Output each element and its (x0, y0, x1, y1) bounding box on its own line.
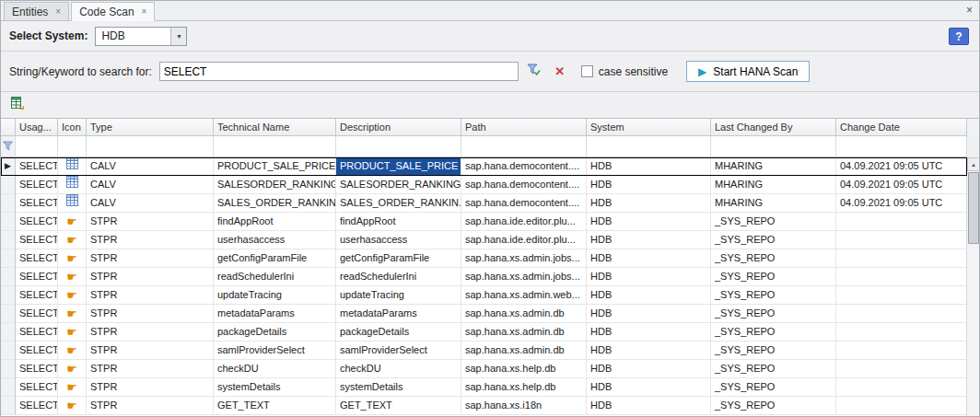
grid-cell-icon[interactable] (58, 194, 87, 213)
grid-cell-system[interactable]: HDB (587, 194, 711, 213)
grid-cell-description[interactable]: updateTracing (336, 286, 461, 305)
grid-cell-change_date[interactable] (836, 323, 967, 342)
grid-cell-path[interactable]: sap.hana.xs.help.db (461, 360, 587, 378)
grid-cell-last_changed_by[interactable]: _SYS_REPO (711, 268, 836, 286)
grid-cell-last_changed_by[interactable]: _SYS_REPO (711, 231, 836, 249)
table-row[interactable]: SELECT☛STPRreadSchedulerInireadScheduler… (1, 268, 967, 286)
grid-cell-icon[interactable]: ☛ (58, 231, 87, 249)
grid-cell-technical_name[interactable]: GET_TEXT (214, 397, 336, 415)
grid-cell-change_date[interactable] (836, 231, 967, 249)
column-header-description[interactable]: Description (336, 119, 461, 136)
grid-cell-change_date[interactable] (836, 342, 967, 360)
grid-cell-technical_name[interactable]: checkDU (214, 360, 336, 378)
grid-cell-last_changed_by[interactable]: MHARING (711, 194, 836, 213)
grid-cell-system[interactable]: HDB (587, 268, 711, 286)
grid-cell-change_date[interactable] (836, 397, 967, 415)
grid-cell-system[interactable]: HDB (587, 249, 711, 268)
grid-cell-path[interactable]: sap.hana.ide.editor.plu... (461, 213, 587, 231)
grid-cell-type[interactable]: CALV (87, 157, 214, 176)
grid-cell-technical_name[interactable]: getConfigParamFile (214, 249, 336, 268)
grid-cell-last_changed_by[interactable]: _SYS_REPO (711, 360, 836, 378)
grid-cell-usage[interactable]: SELECT (16, 342, 58, 360)
grid-cell-description[interactable]: systemDetails (336, 378, 461, 397)
grid-cell-system[interactable]: HDB (587, 176, 711, 194)
grid-cell-change_date[interactable] (836, 249, 967, 268)
table-row[interactable]: ▶SELECTCALVPRODUCT_SALE_PRICEPRODUCT_SAL… (1, 157, 967, 176)
grid-cell-usage[interactable]: SELECT (16, 213, 58, 231)
tab-group-close-icon[interactable]: × (966, 4, 973, 17)
grid-cell-usage[interactable]: SELECT (16, 268, 58, 286)
table-row[interactable]: SELECT☛STPRpackageDetailspackageDetailss… (1, 323, 967, 342)
column-header-type[interactable]: Type (87, 119, 214, 136)
grid-cell-system[interactable]: HDB (587, 323, 711, 342)
grid-cell-usage[interactable]: SELECT (16, 176, 58, 194)
column-header-system[interactable]: System (587, 119, 711, 136)
grid-cell-last_changed_by[interactable]: _SYS_REPO (711, 342, 836, 360)
grid-cell-change_date[interactable]: 04.09.2021 09:05 UTC (836, 157, 967, 176)
grid-cell-technical_name[interactable]: metadataParams (214, 305, 336, 323)
table-row[interactable]: SELECT☛STPRcheckDUcheckDUsap.hana.xs.hel… (1, 360, 967, 378)
grid-cell-usage[interactable]: SELECT (16, 323, 58, 342)
grid-cell-technical_name[interactable]: SALES_ORDER_RANKIN... (214, 194, 336, 213)
grid-cell-technical_name[interactable]: SALESORDER_RANKING... (214, 176, 336, 194)
grid-cell-usage[interactable]: SELECT (16, 360, 58, 378)
filter-cell-last_changed_by[interactable] (711, 136, 836, 157)
grid-cell-type[interactable]: STPR (87, 378, 214, 397)
grid-cell-type[interactable]: STPR (87, 342, 214, 360)
grid-cell-change_date[interactable] (836, 305, 967, 323)
grid-cell-path[interactable]: sap.hana.xs.admin.jobs... (461, 249, 587, 268)
filter-cell-technical_name[interactable] (214, 136, 336, 157)
grid-cell-usage[interactable]: SELECT (16, 157, 58, 176)
table-row[interactable]: SELECT☛STPRGET_TEXTGET_TEXTsap.hana.xs.i… (1, 397, 967, 415)
column-header-change_date[interactable]: Change Date (836, 119, 967, 136)
grid-cell-type[interactable]: STPR (87, 268, 214, 286)
column-header-path[interactable]: Path (461, 119, 587, 136)
grid-cell-description[interactable]: readSchedulerIni (336, 268, 461, 286)
scrollbar-thumb[interactable] (968, 172, 979, 244)
grid-cell-last_changed_by[interactable]: _SYS_REPO (711, 305, 836, 323)
grid-cell-icon[interactable] (58, 176, 87, 194)
system-dropdown[interactable]: HDB ▼ (95, 27, 187, 46)
grid-cell-system[interactable]: HDB (587, 305, 711, 323)
grid-cell-system[interactable]: HDB (587, 213, 711, 231)
grid-cell-description[interactable]: metadataParams (336, 305, 461, 323)
tab-entities[interactable]: Entities × (4, 2, 69, 21)
grid-cell-last_changed_by[interactable]: _SYS_REPO (711, 323, 836, 342)
case-sensitive-checkbox[interactable] (581, 65, 593, 77)
grid-cell-system[interactable]: HDB (587, 286, 711, 305)
grid-cell-usage[interactable]: SELECT (16, 286, 58, 305)
grid-cell-type[interactable]: STPR (87, 323, 214, 342)
grid-cell-last_changed_by[interactable]: _SYS_REPO (711, 286, 836, 305)
clear-search-button[interactable]: ✕ (550, 62, 570, 82)
grid-cell-description[interactable]: findAppRoot (336, 213, 461, 231)
table-row[interactable]: SELECT☛STPRgetConfigParamFilegetConfigPa… (1, 249, 967, 268)
grid-cell-icon[interactable]: ☛ (58, 323, 87, 342)
grid-cell-path[interactable]: sap.hana.xs.admin.jobs... (461, 268, 587, 286)
filter-cell-change_date[interactable] (836, 136, 967, 157)
vertical-scrollbar[interactable]: ▲ (966, 157, 979, 416)
filter-cell-icon[interactable] (58, 136, 87, 157)
tab-entities-close-icon[interactable]: × (55, 7, 61, 17)
filter-cell-usage[interactable] (16, 136, 58, 157)
grid-cell-last_changed_by[interactable]: _SYS_REPO (711, 378, 836, 397)
grid-cell-type[interactable]: STPR (87, 249, 214, 268)
grid-cell-usage[interactable]: SELECT (16, 305, 58, 323)
grid-cell-icon[interactable]: ☛ (58, 305, 87, 323)
grid-cell-change_date[interactable] (836, 268, 967, 286)
grid-cell-technical_name[interactable]: systemDetails (214, 378, 336, 397)
tab-code-scan-close-icon[interactable]: × (142, 7, 147, 17)
grid-cell-type[interactable]: STPR (87, 286, 214, 305)
grid-cell-path[interactable]: sap.hana.xs.admin.web... (461, 286, 587, 305)
grid-cell-icon[interactable]: ☛ (58, 378, 87, 397)
grid-cell-icon[interactable]: ☛ (58, 342, 87, 360)
table-row[interactable]: SELECTCALVSALESORDER_RANKING...SALESORDE… (1, 176, 967, 194)
grid-cell-type[interactable]: CALV (87, 176, 214, 194)
grid-cell-path[interactable]: sap.hana.democontent.... (461, 157, 587, 176)
grid-cell-path[interactable]: sap.hana.xs.help.db (461, 378, 587, 397)
grid-cell-system[interactable]: HDB (587, 157, 711, 176)
grid-cell-icon[interactable]: ☛ (58, 268, 87, 286)
table-row[interactable]: SELECT☛STPRsystemDetailssystemDetailssap… (1, 378, 967, 397)
grid-cell-change_date[interactable] (836, 378, 967, 397)
grid-cell-description[interactable]: packageDetails (336, 323, 461, 342)
grid-cell-type[interactable]: CALV (87, 194, 214, 213)
